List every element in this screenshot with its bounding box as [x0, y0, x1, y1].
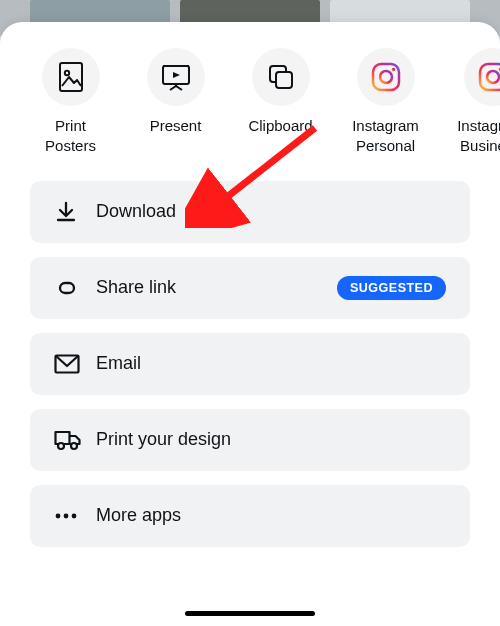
svg-point-15 — [58, 443, 64, 449]
svg-rect-7 — [373, 64, 399, 90]
action-label: Email — [96, 353, 446, 374]
svg-point-11 — [487, 71, 499, 83]
share-sheet: Print Posters Present Cli — [0, 22, 500, 626]
destination-label: Present — [150, 116, 202, 136]
svg-rect-0 — [60, 63, 82, 91]
present-icon — [147, 48, 205, 106]
destination-instagram-personal[interactable]: Instagram Personal — [343, 48, 428, 157]
email-button[interactable]: Email — [30, 333, 470, 395]
print-posters-icon — [42, 48, 100, 106]
action-label: More apps — [96, 505, 446, 526]
destination-instagram-business[interactable]: Instagram Business — [448, 48, 500, 157]
svg-point-17 — [56, 513, 61, 518]
action-list: Download Share link SUGGESTED Email — [0, 181, 500, 547]
suggested-badge: SUGGESTED — [337, 276, 446, 300]
svg-point-9 — [391, 68, 395, 72]
link-icon — [54, 278, 88, 298]
email-icon — [54, 354, 88, 374]
svg-point-8 — [380, 71, 392, 83]
instagram-icon — [357, 48, 415, 106]
destination-print-posters[interactable]: Print Posters — [28, 48, 113, 157]
destination-label: Instagram Personal — [343, 116, 428, 157]
instagram-icon — [464, 48, 501, 106]
more-icon — [54, 512, 88, 520]
download-button[interactable]: Download — [30, 181, 470, 243]
action-label: Print your design — [96, 429, 446, 450]
action-label: Download — [96, 201, 446, 222]
clipboard-icon — [252, 48, 310, 106]
svg-point-18 — [64, 513, 69, 518]
home-indicator[interactable] — [185, 611, 315, 616]
more-apps-button[interactable]: More apps — [30, 485, 470, 547]
destination-clipboard[interactable]: Clipboard — [238, 48, 323, 157]
share-link-button[interactable]: Share link SUGGESTED — [30, 257, 470, 319]
svg-point-16 — [71, 443, 77, 449]
destination-label: Print Posters — [28, 116, 113, 157]
destination-label: Clipboard — [248, 116, 312, 136]
download-icon — [54, 200, 88, 224]
svg-point-1 — [64, 71, 68, 75]
svg-rect-10 — [480, 64, 501, 90]
print-your-design-button[interactable]: Print your design — [30, 409, 470, 471]
action-label: Share link — [96, 277, 337, 298]
svg-point-19 — [72, 513, 77, 518]
share-destinations-row[interactable]: Print Posters Present Cli — [0, 48, 500, 157]
destination-present[interactable]: Present — [133, 48, 218, 157]
truck-icon — [54, 429, 88, 451]
destination-label: Instagram Business — [448, 116, 500, 157]
svg-rect-6 — [276, 72, 292, 88]
